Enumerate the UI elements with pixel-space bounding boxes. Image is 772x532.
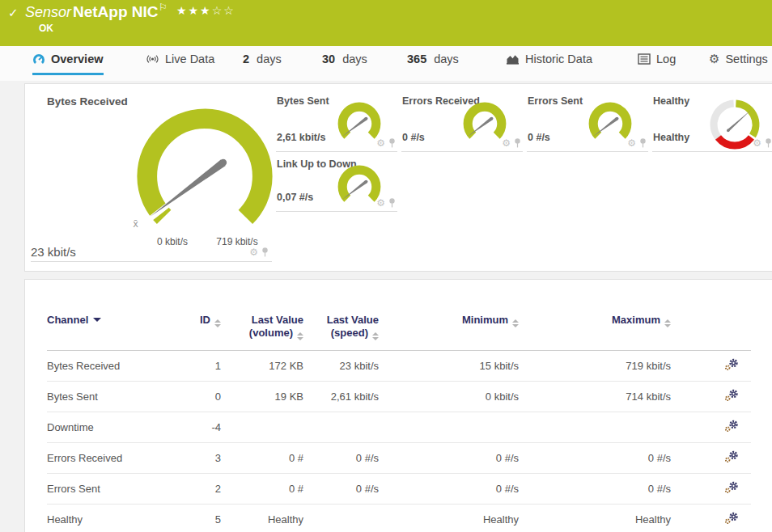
column-header-last-value-speed[interactable]: Last Value (speed)	[303, 304, 379, 351]
gauge-tile-link-up-to-down: Link Up to Down 0,07 #/s ⚙	[276, 154, 397, 212]
channel-settings-gear-icon[interactable]: ⚙	[502, 137, 511, 149]
tab-label: Settings	[725, 53, 767, 65]
tab-30-days[interactable]: 30 days	[322, 53, 367, 73]
stars-filled[interactable]: ★★★	[176, 4, 212, 17]
tab-settings[interactable]: ⚙ Settings	[709, 53, 768, 73]
column-header-minimum[interactable]: Minimum	[379, 304, 519, 351]
tab-historic-data[interactable]: Historic Data	[506, 53, 592, 73]
column-sublabel: (volume)	[249, 327, 293, 339]
column-label: ID	[200, 314, 210, 326]
tab-365-days[interactable]: 365 days	[407, 53, 459, 73]
pin-icon[interactable]	[388, 198, 396, 208]
pin-icon[interactable]	[765, 138, 772, 148]
gauge-value: Healthy	[653, 132, 689, 143]
minimum-value: 0 #/s	[379, 474, 519, 505]
gauge-title: Errors Sent	[528, 95, 583, 107]
sort-icon	[297, 332, 303, 340]
channel-settings-gear-icon[interactable]: ⚙	[376, 197, 385, 209]
table-row[interactable]: Downtime -4	[47, 412, 751, 443]
maximum-value	[519, 412, 671, 443]
gauge-tile-bytes-sent: Bytes Sent 2,61 kbit/s ⚙	[276, 91, 397, 152]
tab-live-data[interactable]: Live Data	[146, 53, 214, 73]
table-header-row: Channel ID Last Value (volume) Last Valu…	[47, 304, 751, 351]
gauge-scale-max: 719 kbit/s	[205, 236, 269, 247]
last-value-speed: 0 #/s	[303, 443, 379, 474]
tab-2-days[interactable]: 2 days	[243, 53, 282, 73]
gauge-tile-errors-sent: Errors Sent 0 #/s ⚙	[527, 91, 648, 152]
last-value-volume: 0 #	[221, 474, 303, 505]
tab-label: days	[434, 53, 459, 65]
minimum-value: 0 kbit/s	[379, 382, 519, 412]
average-marker: x̄	[133, 218, 138, 230]
pin-icon[interactable]	[514, 138, 521, 148]
table-row[interactable]: Errors Sent 2 0 # 0 #/s 0 #/s 0 #/s	[47, 474, 751, 505]
channel-id: 2	[197, 474, 221, 505]
channel-settings-gears-icon[interactable]	[724, 420, 739, 433]
column-label: Last Value	[327, 314, 379, 326]
column-header-id[interactable]: ID	[197, 304, 221, 351]
stars-empty[interactable]: ☆☆	[212, 4, 235, 17]
tab-label: Overview	[51, 53, 104, 65]
channel-name: Errors Received	[47, 443, 197, 474]
column-header-channel[interactable]: Channel	[47, 304, 197, 351]
column-label: Maximum	[612, 314, 660, 326]
table-row[interactable]: Errors Received 3 0 # 0 #/s 0 #/s 0 #/s	[47, 443, 751, 474]
priority-stars[interactable]: ★★★☆☆	[176, 4, 235, 17]
sort-icon	[214, 319, 221, 327]
column-header-last-value-volume[interactable]: Last Value (volume)	[221, 304, 303, 351]
table-row[interactable]: Healthy 5 Healthy Healthy Healthy	[47, 505, 751, 532]
channel-name: Downtime	[47, 412, 197, 443]
gauge-tile-errors-received: Errors Received 0 #/s ⚙	[401, 91, 523, 152]
gauge-value: 23 kbit/s	[31, 245, 76, 259]
last-value-volume: 172 KB	[221, 351, 303, 382]
minimum-value: 15 kbit/s	[379, 351, 519, 382]
channel-settings-gears-icon[interactable]	[724, 389, 739, 402]
object-kind-label: Sensor	[25, 4, 71, 21]
status-badge: OK	[39, 23, 53, 34]
gear-icon: ⚙	[709, 53, 719, 65]
gauge-value: 2,61 kbit/s	[277, 132, 325, 143]
channel-settings-gears-icon[interactable]	[724, 450, 739, 463]
maximum-value: 714 kbit/s	[519, 382, 671, 412]
gauges-panel: Bytes Received x̄ 0 kbit/s 719 kbit/s 23…	[24, 83, 772, 272]
last-value-speed: 2,61 kbit/s	[303, 382, 379, 412]
last-value-volume: 19 KB	[221, 382, 303, 412]
pin-icon[interactable]	[639, 138, 647, 148]
channel-settings-gear-icon[interactable]: ⚙	[627, 137, 636, 149]
gauge-needle	[151, 159, 226, 216]
gauge-tile-healthy: Healthy Healthy ⚙	[652, 91, 772, 152]
channel-name: Bytes Sent	[47, 382, 197, 412]
channels-panel: Channel ID Last Value (volume) Last Valu…	[24, 279, 772, 532]
bytes-received-gauge: x̄	[128, 99, 282, 253]
broadcast-icon	[146, 53, 159, 65]
pin-icon[interactable]	[388, 138, 396, 148]
maximum-value: 0 #/s	[519, 474, 671, 505]
channel-settings-gears-icon[interactable]	[724, 358, 739, 371]
gauge-icon	[32, 53, 45, 65]
gauge-value: 0,07 #/s	[277, 192, 313, 203]
table-row[interactable]: Bytes Received 1 172 KB 23 kbit/s 15 kbi…	[47, 351, 751, 382]
column-header-maximum[interactable]: Maximum	[519, 304, 671, 351]
column-sublabel: (speed)	[331, 327, 368, 339]
priority-flag-icon[interactable]: ⚐	[159, 2, 168, 13]
last-value-volume: Healthy	[221, 505, 303, 532]
table-row[interactable]: Bytes Sent 0 19 KB 2,61 kbit/s 0 kbit/s …	[47, 382, 751, 412]
channel-settings-gear-icon[interactable]: ⚙	[249, 247, 258, 258]
tab-number: 365	[407, 53, 426, 65]
channel-settings-gear-icon[interactable]: ⚙	[753, 137, 761, 149]
column-header-actions	[671, 304, 751, 351]
pin-icon[interactable]	[261, 247, 269, 257]
tab-overview[interactable]: Overview	[32, 53, 104, 75]
channel-settings-gear-icon[interactable]: ⚙	[376, 137, 385, 149]
channel-settings-gears-icon[interactable]	[724, 512, 739, 525]
gauge-title: Bytes Sent	[277, 95, 329, 107]
tab-log[interactable]: Log	[638, 53, 676, 73]
channel-name: Errors Sent	[47, 474, 197, 505]
channel-name: Bytes Received	[47, 351, 197, 382]
minimum-value	[379, 412, 519, 443]
sensor-name: NetApp NIC	[73, 3, 159, 21]
tab-label: Log	[656, 53, 676, 65]
channel-settings-gears-icon[interactable]	[724, 481, 739, 494]
gauge-title: Bytes Received	[47, 95, 128, 108]
last-value-volume: 0 #	[221, 443, 303, 474]
